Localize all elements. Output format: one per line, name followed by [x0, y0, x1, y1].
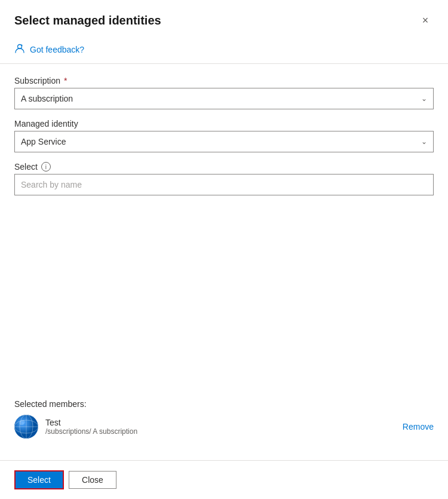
close-button[interactable]: Close: [69, 471, 116, 489]
member-item: Test /subscriptions/ A subscription Remo…: [14, 415, 434, 439]
subscription-label: Subscription *: [14, 76, 434, 85]
close-icon-button[interactable]: ×: [417, 12, 434, 29]
remove-member-link[interactable]: Remove: [403, 422, 434, 431]
managed-identity-label: Managed identity: [14, 119, 434, 128]
managed-identity-dropdown[interactable]: App Service ⌄: [14, 131, 434, 152]
managed-identity-chevron-icon: ⌄: [421, 137, 427, 146]
select-search-field-group: Select i: [14, 162, 434, 195]
dialog-footer: Select Close: [0, 460, 448, 499]
member-info: Test /subscriptions/ A subscription: [45, 418, 395, 436]
subscription-dropdown[interactable]: A subscription ⌄: [14, 88, 434, 109]
search-input[interactable]: [14, 174, 434, 195]
subscription-value: A subscription: [21, 94, 73, 103]
avatar: [14, 415, 38, 439]
select-managed-identities-dialog: Select managed identities × Got feedback…: [0, 0, 448, 499]
managed-identity-value: App Service: [21, 137, 66, 146]
required-indicator: *: [62, 76, 67, 85]
select-label-row: Select i: [14, 162, 434, 172]
select-label: Select: [14, 162, 38, 172]
selected-members-section: Selected members:: [14, 399, 434, 448]
member-name: Test: [45, 418, 395, 427]
feedback-bar: Got feedback?: [0, 38, 448, 64]
close-icon: ×: [422, 14, 429, 27]
feedback-person-icon: [14, 43, 25, 56]
body-spacer: [14, 205, 434, 390]
selected-members-title: Selected members:: [14, 399, 434, 409]
dialog-body: Subscription * A subscription ⌄ Managed …: [0, 64, 448, 460]
dialog-title: Select managed identities: [14, 14, 161, 27]
feedback-link[interactable]: Got feedback?: [30, 45, 84, 54]
info-icon: i: [41, 162, 51, 172]
select-button[interactable]: Select: [14, 470, 64, 489]
subscription-chevron-icon: ⌄: [421, 94, 427, 103]
subscription-field-group: Subscription * A subscription ⌄: [14, 76, 434, 109]
dialog-header: Select managed identities ×: [0, 0, 448, 38]
member-subscription: /subscriptions/ A subscription: [45, 427, 395, 436]
managed-identity-field-group: Managed identity App Service ⌄: [14, 119, 434, 152]
